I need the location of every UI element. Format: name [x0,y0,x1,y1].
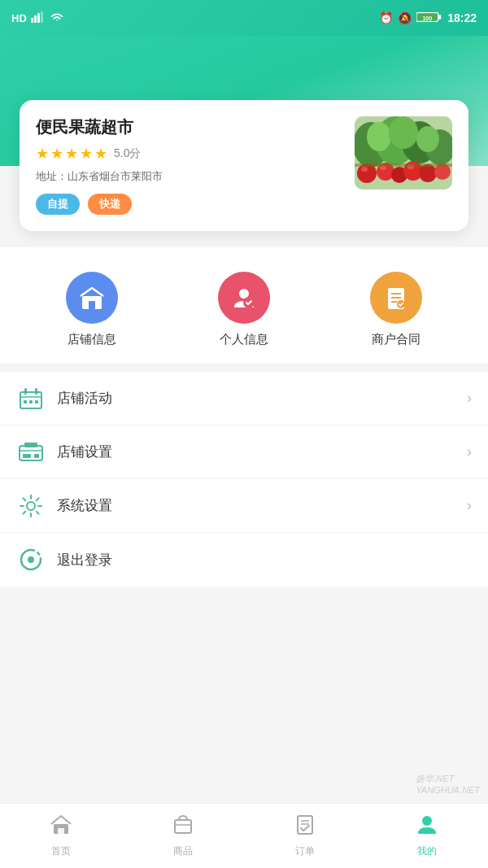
store-settings-icon [16,438,46,467]
rating-score: 5.0分 [114,146,141,161]
status-right: ⏰ 🔕 100 18:22 [379,11,477,26]
svg-rect-51 [298,816,312,834]
products-nav-icon [172,813,194,840]
svg-rect-40 [35,400,38,403]
menu-list: 店铺活动 › 店铺设置 › [0,372,488,587]
svg-point-45 [27,502,35,510]
svg-rect-42 [23,454,31,458]
store-info-icon [66,272,118,324]
action-merchant-contract[interactable]: 商户合同 [370,272,422,347]
store-name: 便民果蔬超市 [36,116,342,138]
delivery-tag: 快递 [88,194,132,215]
svg-point-28 [239,289,249,299]
alarm-icon: ⏰ [379,11,393,24]
svg-rect-25 [355,164,452,167]
watermark-text: 扬华.NET [416,774,454,783]
store-settings-text: 店铺设置 [57,443,467,461]
action-store-info[interactable]: 店铺信息 [66,272,118,347]
orders-nav-label: 订单 [295,844,315,858]
svg-rect-27 [89,301,95,309]
svg-rect-2 [37,13,40,23]
store-settings-arrow: › [467,443,472,460]
signal-icon [31,11,46,25]
watermark-url: YANGHUA.NET [416,785,480,795]
svg-rect-3 [41,11,43,23]
svg-rect-38 [24,400,27,403]
svg-rect-1 [34,15,37,23]
svg-rect-6 [438,15,442,19]
system-settings-text: 系统设置 [57,496,467,515]
bottom-navigation: 首页 商品 订单 我的 [0,803,488,868]
menu-item-system-settings[interactable]: 系统设置 › [0,479,488,533]
svg-point-54 [422,816,432,826]
store-info: 便民果蔬超市 ★★★★★ 5.0分 地址：山东省烟台市莱阳市 自提 快递 [36,116,342,215]
system-settings-arrow: › [467,497,472,514]
nav-item-products[interactable]: 商品 [122,807,244,865]
watermark: 扬华.NET YANGHUA.NET [416,773,480,795]
svg-point-46 [28,556,34,563]
store-image [355,116,452,190]
svg-point-14 [389,116,418,149]
svg-point-20 [419,164,437,182]
store-rating: ★★★★★ 5.0分 [36,145,342,163]
time-display: 18:22 [447,11,477,24]
mute-icon: 🔕 [398,11,412,24]
home-nav-icon [50,813,72,840]
battery-indicator: 100 [416,11,442,26]
pickup-tag: 自提 [36,194,80,215]
header-background: 便民果蔬超市 ★★★★★ 5.0分 地址：山东省烟台市莱阳市 自提 快递 [0,36,488,166]
store-card: 便民果蔬超市 ★★★★★ 5.0分 地址：山东省烟台市莱阳市 自提 快递 [20,100,468,231]
menu-item-store-settings[interactable]: 店铺设置 › [0,425,488,479]
orders-nav-icon [294,813,316,840]
svg-rect-39 [29,400,33,403]
personal-info-icon [218,272,270,324]
svg-rect-37 [35,388,37,395]
quick-actions: 店铺信息 个人信息 [0,247,488,364]
svg-rect-0 [31,18,33,23]
nav-item-profile[interactable]: 我的 [366,807,488,865]
merchant-contract-label: 商户合同 [372,332,420,347]
svg-rect-43 [34,454,39,458]
logout-text: 退出登录 [57,551,472,569]
store-info-label: 店铺信息 [68,332,116,347]
store-activity-icon [16,384,46,413]
profile-nav-icon [416,813,438,840]
home-nav-label: 首页 [51,844,71,858]
system-settings-icon [16,491,46,521]
status-bar: HD ⏰ 🔕 100 [0,0,488,36]
logout-icon [16,545,46,574]
svg-rect-49 [175,820,191,833]
personal-info-label: 个人信息 [220,332,268,347]
svg-point-15 [416,126,439,152]
star-icons: ★★★★★ [36,145,109,163]
action-personal-info[interactable]: 个人信息 [218,272,270,347]
svg-text:100: 100 [423,15,433,21]
network-indicator: HD [11,12,27,24]
svg-rect-44 [24,443,37,447]
wifi-icon [50,11,64,25]
menu-item-store-activity[interactable]: 店铺活动 › [0,372,488,425]
menu-item-logout[interactable]: 退出登录 [0,533,488,587]
store-image-placeholder [355,116,452,190]
svg-rect-36 [24,388,27,395]
svg-rect-48 [58,828,64,834]
products-nav-label: 商品 [173,844,193,858]
store-activity-text: 店铺活动 [57,389,467,408]
nav-item-home[interactable]: 首页 [0,807,122,865]
status-left: HD [11,11,64,25]
nav-item-orders[interactable]: 订单 [244,807,366,865]
store-address: 地址：山东省烟台市莱阳市 [36,169,342,184]
svg-rect-41 [20,446,42,460]
store-tags: 自提 快递 [36,194,342,215]
svg-point-22 [361,167,368,172]
profile-nav-label: 我的 [417,844,437,858]
merchant-contract-icon [370,272,422,324]
main-content: 店铺信息 个人信息 [0,247,488,587]
svg-point-13 [367,122,391,151]
store-activity-arrow: › [467,390,472,407]
